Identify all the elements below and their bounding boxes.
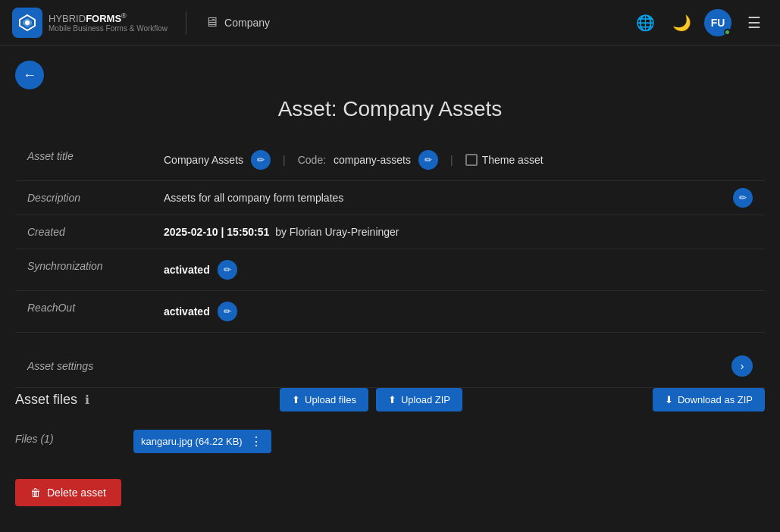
edit-description-button[interactable]: ✏: [733, 188, 753, 208]
download-zip-icon: ⬇: [665, 394, 673, 405]
upload-zip-button[interactable]: ⬆ Upload ZIP: [376, 388, 462, 412]
back-button[interactable]: ←: [15, 61, 44, 89]
user-avatar[interactable]: FU: [704, 9, 731, 36]
edit-sync-button[interactable]: ✏: [218, 260, 237, 280]
separator-2: |: [450, 154, 453, 166]
chevron-right-icon: ›: [741, 360, 744, 372]
logo: HYBRIDFORMS® Mobile Business Forms & Wor…: [12, 8, 168, 38]
synchronization-row: Synchronization activated ✏: [15, 249, 765, 291]
sync-label: Synchronization: [15, 249, 152, 291]
reachout-value: activated: [164, 305, 210, 318]
files-section: Files (1) kangaru.jpg (64.22 KB) ⋮: [15, 422, 765, 461]
edit-reachout-button[interactable]: ✏: [218, 302, 237, 321]
created-value: 2025-02-10 | 15:50:51 by Florian Uray-Pr…: [152, 215, 765, 249]
moon-button[interactable]: 🌙: [668, 9, 695, 36]
files-label: Files (1): [15, 430, 121, 445]
page-title: Asset: Company Assets: [15, 97, 765, 121]
globe-button[interactable]: 🌐: [631, 9, 659, 36]
logo-icon: [12, 8, 42, 38]
svg-point-2: [25, 20, 30, 25]
monitor-icon: 🖥: [205, 14, 218, 30]
theme-asset-wrapper: Theme asset: [465, 154, 543, 166]
asset-files-header: Asset files ℹ: [15, 392, 89, 408]
created-row: Created 2025-02-10 | 15:50:51 by Florian…: [15, 215, 765, 249]
reachout-row: ReachOut activated ✏: [15, 291, 765, 333]
info-table: Asset title Company Assets ✏ | Code: com…: [15, 139, 765, 333]
app-header: HYBRIDFORMS® Mobile Business Forms & Wor…: [0, 0, 780, 45]
back-icon: ←: [23, 67, 36, 83]
header-actions: 🌐 🌙 FU ☰: [631, 9, 768, 36]
asset-files-info-icon[interactable]: ℹ: [85, 393, 89, 407]
logo-text: HYBRIDFORMS®: [49, 12, 168, 25]
delete-icon: 🗑: [30, 487, 41, 499]
files-list: kangaru.jpg (64.22 KB) ⋮: [133, 430, 271, 453]
download-btn-wrapper: ⬇ Download as ZIP: [653, 388, 765, 412]
edit-code-button[interactable]: ✏: [418, 150, 438, 170]
description-label: Description: [15, 181, 152, 215]
description-value-cell: Assets for all company form templates ✏: [152, 181, 765, 215]
avatar-online-dot: [724, 29, 731, 36]
code-label: Code:: [298, 154, 326, 166]
upload-files-icon: ⬆: [292, 394, 300, 405]
reachout-label: ReachOut: [15, 291, 152, 333]
created-label: Created: [15, 215, 152, 249]
logo-subtitle: Mobile Business Forms & Workflow: [49, 24, 168, 33]
asset-files-section: Asset files ℹ ⬆ Upload files ⬆ Upload ZI…: [15, 388, 765, 412]
settings-label: Asset settings: [27, 360, 164, 372]
menu-button[interactable]: ☰: [741, 9, 768, 36]
asset-title-value: Company Assets ✏ | Code: company-assets …: [152, 139, 765, 180]
code-value: company-assets: [334, 154, 411, 166]
sync-value-cell: activated ✏: [152, 249, 765, 290]
asset-title-row: Asset title Company Assets ✏ | Code: com…: [15, 139, 765, 181]
description-text: Assets for all company form templates: [164, 192, 343, 204]
sync-value: activated: [164, 264, 210, 276]
theme-asset-label: Theme asset: [482, 154, 543, 166]
file-chip: kangaru.jpg (64.22 KB) ⋮: [133, 430, 271, 453]
file-chip-name: kangaru.jpg (64.22 KB): [141, 436, 243, 447]
created-datetime: 2025-02-10 | 15:50:51: [164, 226, 269, 238]
description-row: Description Assets for all company form …: [15, 181, 765, 215]
company-section: 🖥 Company: [205, 14, 270, 30]
download-zip-button[interactable]: ⬇ Download as ZIP: [653, 388, 765, 412]
asset-title-text: Company Assets: [164, 154, 243, 166]
main-content: ← Asset: Company Assets Asset title Comp…: [0, 45, 780, 521]
asset-files-title: Asset files: [15, 392, 77, 408]
header-divider: [186, 11, 186, 34]
edit-asset-title-button[interactable]: ✏: [251, 150, 271, 170]
asset-title-label: Asset title: [15, 139, 152, 181]
reachout-value-cell: activated ✏: [152, 291, 765, 332]
settings-chevron-button[interactable]: ›: [731, 355, 753, 377]
upload-files-button[interactable]: ⬆ Upload files: [280, 388, 368, 412]
delete-asset-button[interactable]: 🗑 Delete asset: [15, 479, 121, 506]
theme-asset-checkbox[interactable]: [465, 154, 478, 166]
company-label: Company: [224, 17, 270, 29]
files-actions: ⬆ Upload files ⬆ Upload ZIP: [280, 388, 462, 412]
upload-zip-icon: ⬆: [388, 394, 396, 405]
asset-settings-row[interactable]: Asset settings ›: [15, 345, 765, 388]
file-chip-menu-button[interactable]: ⋮: [249, 434, 264, 449]
separator-1: |: [283, 154, 286, 166]
created-by: by Florian Uray-Preininger: [275, 226, 399, 238]
